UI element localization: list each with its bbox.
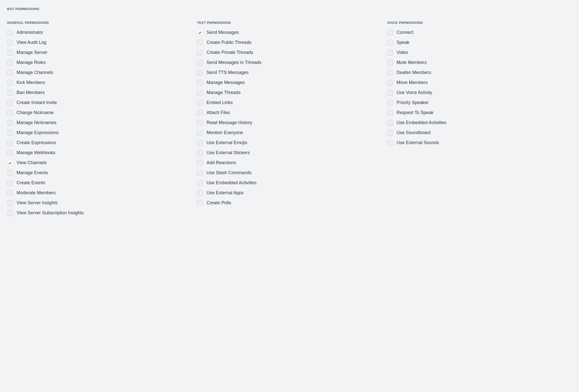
permission-label: Manage Threads bbox=[206, 90, 241, 95]
permission-checkbox[interactable] bbox=[197, 100, 203, 106]
permission-checkbox[interactable] bbox=[197, 150, 203, 156]
permission-label: Connect bbox=[397, 30, 413, 35]
permission-label: Embed Links bbox=[206, 100, 233, 106]
permission-checkbox[interactable] bbox=[7, 200, 13, 206]
permission-checkbox[interactable] bbox=[197, 40, 203, 46]
permission-row: Priority Speaker bbox=[387, 100, 572, 106]
permission-row: Manage Events bbox=[7, 170, 192, 176]
permission-checkbox[interactable] bbox=[197, 80, 203, 86]
permission-checkbox[interactable] bbox=[7, 180, 13, 186]
permission-checkbox[interactable] bbox=[7, 210, 13, 216]
permission-checkbox[interactable] bbox=[7, 190, 13, 196]
permission-checkbox[interactable] bbox=[7, 70, 13, 76]
permission-checkbox[interactable] bbox=[7, 40, 13, 46]
permission-row: Manage Threads bbox=[197, 90, 382, 96]
permission-label: Manage Server bbox=[17, 50, 47, 55]
permission-row: Move Members bbox=[387, 80, 572, 86]
permission-label: Priority Speaker bbox=[397, 100, 429, 106]
permission-checkbox[interactable] bbox=[7, 130, 13, 136]
permission-row: Manage Nicknames bbox=[7, 120, 192, 126]
permission-row: Use Soundboard bbox=[387, 130, 572, 136]
permissions-column: General PermissionsAdministratorView Aud… bbox=[7, 21, 192, 220]
permission-row: View Audit Log bbox=[7, 40, 192, 46]
permission-label: Use Embedded Activities bbox=[206, 180, 256, 186]
column-title: Voice Permissions bbox=[387, 21, 572, 25]
permission-label: Kick Members bbox=[17, 80, 45, 85]
permission-checkbox[interactable] bbox=[387, 30, 393, 36]
permission-checkbox[interactable] bbox=[197, 180, 203, 186]
permission-checkbox[interactable] bbox=[387, 50, 393, 56]
permission-checkbox[interactable] bbox=[197, 110, 203, 116]
permission-checkbox[interactable] bbox=[197, 130, 203, 136]
permission-checkbox[interactable] bbox=[7, 160, 13, 166]
permission-row: Use Slash Commands bbox=[197, 170, 382, 176]
permission-checkbox[interactable] bbox=[7, 170, 13, 176]
permission-checkbox[interactable] bbox=[7, 90, 13, 96]
column-title: Text Permissions bbox=[197, 21, 382, 25]
permission-row: Read Message History bbox=[197, 120, 382, 126]
check-icon bbox=[8, 161, 12, 165]
permission-checkbox[interactable] bbox=[387, 110, 393, 116]
permission-row: Use Voice Activity bbox=[387, 90, 572, 96]
permission-checkbox[interactable] bbox=[387, 40, 393, 46]
column-title: General Permissions bbox=[7, 21, 192, 25]
permission-label: Manage Expressions bbox=[17, 130, 59, 136]
permission-checkbox[interactable] bbox=[197, 140, 203, 146]
permissions-column: Text PermissionsSend MessagesCreate Publ… bbox=[197, 21, 382, 220]
permission-label: Add Reactions bbox=[206, 160, 236, 166]
permission-label: Create Polls bbox=[206, 200, 231, 206]
permission-label: Attach Files bbox=[206, 110, 230, 116]
permission-checkbox[interactable] bbox=[387, 140, 393, 146]
permission-row: Create Expressions bbox=[7, 140, 192, 146]
permission-checkbox[interactable] bbox=[7, 150, 13, 156]
permission-checkbox[interactable] bbox=[197, 50, 203, 56]
permission-checkbox[interactable] bbox=[197, 170, 203, 176]
permission-checkbox[interactable] bbox=[387, 90, 393, 96]
permission-row: Mute Members bbox=[387, 60, 572, 66]
permission-checkbox[interactable] bbox=[7, 30, 13, 36]
permission-label: Manage Webhooks bbox=[17, 150, 55, 156]
permission-checkbox[interactable] bbox=[197, 60, 203, 66]
permission-row: Mention Everyone bbox=[197, 130, 382, 136]
permission-label: View Audit Log bbox=[17, 40, 46, 45]
permission-checkbox[interactable] bbox=[197, 30, 203, 36]
permission-checkbox[interactable] bbox=[197, 200, 203, 206]
permission-checkbox[interactable] bbox=[197, 90, 203, 96]
permission-row: Manage Server bbox=[7, 50, 192, 56]
permission-label: Use External Sounds bbox=[397, 140, 439, 146]
permission-checkbox[interactable] bbox=[7, 120, 13, 126]
permission-checkbox[interactable] bbox=[197, 70, 203, 76]
permission-checkbox[interactable] bbox=[197, 120, 203, 126]
permission-checkbox[interactable] bbox=[7, 80, 13, 86]
permission-label: Create Public Threads bbox=[206, 40, 251, 45]
permission-row: Manage Channels bbox=[7, 70, 192, 76]
permission-row: Administrator bbox=[7, 30, 192, 36]
permission-checkbox[interactable] bbox=[7, 100, 13, 106]
permission-checkbox[interactable] bbox=[7, 140, 13, 146]
permission-label: Use External Emojis bbox=[206, 140, 247, 146]
permission-checkbox[interactable] bbox=[387, 70, 393, 76]
permission-checkbox[interactable] bbox=[7, 50, 13, 56]
permission-checkbox[interactable] bbox=[387, 130, 393, 136]
permission-label: Read Message History bbox=[206, 120, 252, 126]
permission-row: Create Instant Invite bbox=[7, 100, 192, 106]
permission-checkbox[interactable] bbox=[197, 190, 203, 196]
permission-row: Manage Roles bbox=[7, 60, 192, 66]
permission-label: View Server Subscription Insights bbox=[17, 210, 84, 216]
permission-checkbox[interactable] bbox=[387, 100, 393, 106]
permission-row: Use External Emojis bbox=[197, 140, 382, 146]
permission-checkbox[interactable] bbox=[387, 60, 393, 66]
permission-row: Connect bbox=[387, 30, 572, 36]
permission-checkbox[interactable] bbox=[387, 80, 393, 86]
permission-checkbox[interactable] bbox=[197, 160, 203, 166]
permission-checkbox[interactable] bbox=[7, 110, 13, 116]
permission-label: Manage Messages bbox=[206, 80, 245, 85]
permission-checkbox[interactable] bbox=[7, 60, 13, 66]
permission-label: Manage Channels bbox=[17, 70, 53, 75]
permission-checkbox[interactable] bbox=[387, 120, 393, 126]
permission-label: Create Events bbox=[17, 180, 45, 186]
permission-row: Create Public Threads bbox=[197, 40, 382, 46]
permission-label: Use Voice Activity bbox=[397, 90, 432, 95]
permission-label: Use External Stickers bbox=[206, 150, 250, 156]
permission-label: Manage Roles bbox=[17, 60, 46, 65]
